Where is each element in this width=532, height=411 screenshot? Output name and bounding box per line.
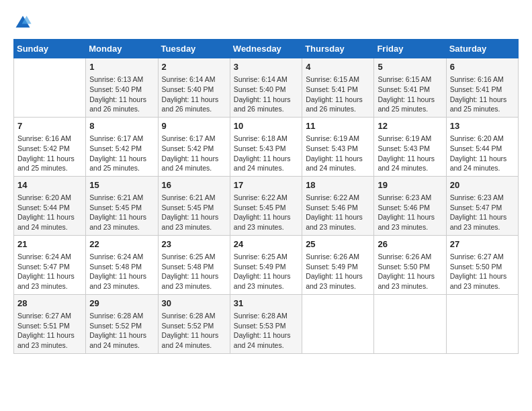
day-number: 5	[378, 61, 442, 73]
day-number: 18	[306, 179, 370, 191]
day-info: Sunrise: 6:16 AM Sunset: 5:42 PM Dayligh…	[17, 134, 82, 173]
day-info: Sunrise: 6:17 AM Sunset: 5:42 PM Dayligh…	[162, 134, 226, 173]
weekday-header: Saturday	[446, 40, 518, 58]
day-info: Sunrise: 6:15 AM Sunset: 5:41 PM Dayligh…	[378, 75, 442, 114]
day-info: Sunrise: 6:20 AM Sunset: 5:44 PM Dayligh…	[450, 134, 515, 173]
day-info: Sunrise: 6:14 AM Sunset: 5:40 PM Dayligh…	[234, 75, 298, 114]
day-number: 17	[234, 179, 298, 191]
day-number: 13	[450, 120, 515, 132]
calendar-cell	[302, 294, 374, 353]
calendar-cell: 15Sunrise: 6:21 AM Sunset: 5:45 PM Dayli…	[86, 176, 158, 235]
calendar-week-row: 7Sunrise: 6:16 AM Sunset: 5:42 PM Daylig…	[14, 117, 519, 176]
day-number: 23	[162, 238, 226, 250]
calendar-cell: 7Sunrise: 6:16 AM Sunset: 5:42 PM Daylig…	[14, 117, 86, 176]
calendar-cell	[14, 58, 86, 118]
day-number: 16	[162, 179, 226, 191]
day-number: 20	[450, 179, 515, 191]
calendar-cell: 10Sunrise: 6:18 AM Sunset: 5:43 PM Dayli…	[230, 117, 302, 176]
calendar-cell: 19Sunrise: 6:23 AM Sunset: 5:46 PM Dayli…	[374, 176, 446, 235]
day-info: Sunrise: 6:23 AM Sunset: 5:46 PM Dayligh…	[378, 193, 442, 232]
calendar-cell: 2Sunrise: 6:14 AM Sunset: 5:40 PM Daylig…	[158, 58, 230, 118]
day-number: 31	[234, 298, 298, 310]
page-header	[13, 13, 519, 32]
day-number: 6	[450, 61, 515, 73]
day-number: 9	[162, 120, 226, 132]
calendar-cell: 6Sunrise: 6:16 AM Sunset: 5:41 PM Daylig…	[446, 58, 518, 118]
calendar-cell: 27Sunrise: 6:27 AM Sunset: 5:50 PM Dayli…	[446, 235, 518, 294]
weekday-header: Monday	[86, 40, 158, 58]
day-info: Sunrise: 6:23 AM Sunset: 5:47 PM Dayligh…	[450, 193, 515, 232]
day-number: 7	[17, 120, 82, 132]
day-number: 4	[306, 61, 370, 73]
day-info: Sunrise: 6:22 AM Sunset: 5:45 PM Dayligh…	[234, 193, 298, 232]
calendar-week-row: 1Sunrise: 6:13 AM Sunset: 5:40 PM Daylig…	[14, 58, 519, 118]
calendar-cell	[374, 294, 446, 353]
calendar-week-row: 28Sunrise: 6:27 AM Sunset: 5:51 PM Dayli…	[14, 294, 519, 353]
calendar-cell: 25Sunrise: 6:26 AM Sunset: 5:49 PM Dayli…	[302, 235, 374, 294]
day-number: 19	[378, 179, 442, 191]
calendar-cell: 11Sunrise: 6:19 AM Sunset: 5:43 PM Dayli…	[302, 117, 374, 176]
day-number: 12	[378, 120, 442, 132]
calendar-cell: 20Sunrise: 6:23 AM Sunset: 5:47 PM Dayli…	[446, 176, 518, 235]
day-number: 22	[89, 238, 154, 250]
day-number: 24	[234, 238, 298, 250]
calendar-cell: 16Sunrise: 6:21 AM Sunset: 5:45 PM Dayli…	[158, 176, 230, 235]
day-info: Sunrise: 6:27 AM Sunset: 5:50 PM Dayligh…	[450, 252, 515, 291]
day-number: 30	[162, 298, 226, 310]
day-number: 3	[234, 61, 298, 73]
day-number: 14	[17, 179, 82, 191]
calendar-cell: 12Sunrise: 6:19 AM Sunset: 5:43 PM Dayli…	[374, 117, 446, 176]
calendar-cell: 29Sunrise: 6:28 AM Sunset: 5:52 PM Dayli…	[86, 294, 158, 353]
day-info: Sunrise: 6:16 AM Sunset: 5:41 PM Dayligh…	[450, 75, 515, 114]
day-info: Sunrise: 6:25 AM Sunset: 5:49 PM Dayligh…	[234, 252, 298, 291]
day-number: 10	[234, 120, 298, 132]
day-info: Sunrise: 6:17 AM Sunset: 5:42 PM Dayligh…	[89, 134, 154, 173]
day-number: 25	[306, 238, 370, 250]
day-number: 29	[89, 298, 154, 310]
calendar-cell: 23Sunrise: 6:25 AM Sunset: 5:48 PM Dayli…	[158, 235, 230, 294]
day-info: Sunrise: 6:20 AM Sunset: 5:44 PM Dayligh…	[17, 193, 82, 232]
day-info: Sunrise: 6:22 AM Sunset: 5:46 PM Dayligh…	[306, 193, 370, 232]
day-number: 28	[17, 298, 82, 310]
calendar-cell: 4Sunrise: 6:15 AM Sunset: 5:41 PM Daylig…	[302, 58, 374, 118]
calendar-cell: 9Sunrise: 6:17 AM Sunset: 5:42 PM Daylig…	[158, 117, 230, 176]
calendar-cell: 3Sunrise: 6:14 AM Sunset: 5:40 PM Daylig…	[230, 58, 302, 118]
calendar-week-row: 14Sunrise: 6:20 AM Sunset: 5:44 PM Dayli…	[14, 176, 519, 235]
day-number: 8	[89, 120, 154, 132]
weekday-header: Friday	[374, 40, 446, 58]
day-number: 11	[306, 120, 370, 132]
weekday-header: Thursday	[302, 40, 374, 58]
day-number: 1	[89, 61, 154, 73]
calendar-cell: 28Sunrise: 6:27 AM Sunset: 5:51 PM Dayli…	[14, 294, 86, 353]
day-info: Sunrise: 6:13 AM Sunset: 5:40 PM Dayligh…	[89, 75, 154, 114]
calendar-cell: 22Sunrise: 6:24 AM Sunset: 5:48 PM Dayli…	[86, 235, 158, 294]
weekday-header: Wednesday	[230, 40, 302, 58]
day-info: Sunrise: 6:15 AM Sunset: 5:41 PM Dayligh…	[306, 75, 370, 114]
calendar-cell: 26Sunrise: 6:26 AM Sunset: 5:50 PM Dayli…	[374, 235, 446, 294]
calendar-cell: 18Sunrise: 6:22 AM Sunset: 5:46 PM Dayli…	[302, 176, 374, 235]
day-info: Sunrise: 6:28 AM Sunset: 5:53 PM Dayligh…	[234, 311, 298, 351]
calendar-cell: 13Sunrise: 6:20 AM Sunset: 5:44 PM Dayli…	[446, 117, 518, 176]
day-info: Sunrise: 6:19 AM Sunset: 5:43 PM Dayligh…	[378, 134, 442, 173]
day-number: 15	[89, 179, 154, 191]
day-info: Sunrise: 6:21 AM Sunset: 5:45 PM Dayligh…	[89, 193, 154, 232]
calendar-cell: 5Sunrise: 6:15 AM Sunset: 5:41 PM Daylig…	[374, 58, 446, 118]
day-number: 2	[162, 61, 226, 73]
day-info: Sunrise: 6:21 AM Sunset: 5:45 PM Dayligh…	[162, 193, 226, 232]
day-info: Sunrise: 6:24 AM Sunset: 5:48 PM Dayligh…	[89, 252, 154, 291]
day-info: Sunrise: 6:27 AM Sunset: 5:51 PM Dayligh…	[17, 311, 82, 351]
calendar-cell: 1Sunrise: 6:13 AM Sunset: 5:40 PM Daylig…	[86, 58, 158, 118]
weekday-header: Tuesday	[158, 40, 230, 58]
calendar-week-row: 21Sunrise: 6:24 AM Sunset: 5:47 PM Dayli…	[14, 235, 519, 294]
calendar-cell: 14Sunrise: 6:20 AM Sunset: 5:44 PM Dayli…	[14, 176, 86, 235]
day-number: 27	[450, 238, 515, 250]
calendar-cell: 8Sunrise: 6:17 AM Sunset: 5:42 PM Daylig…	[86, 117, 158, 176]
logo-icon	[13, 13, 32, 32]
day-info: Sunrise: 6:14 AM Sunset: 5:40 PM Dayligh…	[162, 75, 226, 114]
day-info: Sunrise: 6:26 AM Sunset: 5:49 PM Dayligh…	[306, 252, 370, 291]
calendar-cell: 21Sunrise: 6:24 AM Sunset: 5:47 PM Dayli…	[14, 235, 86, 294]
day-number: 26	[378, 238, 442, 250]
day-info: Sunrise: 6:25 AM Sunset: 5:48 PM Dayligh…	[162, 252, 226, 291]
calendar-cell: 30Sunrise: 6:28 AM Sunset: 5:52 PM Dayli…	[158, 294, 230, 353]
day-number: 21	[17, 238, 82, 250]
